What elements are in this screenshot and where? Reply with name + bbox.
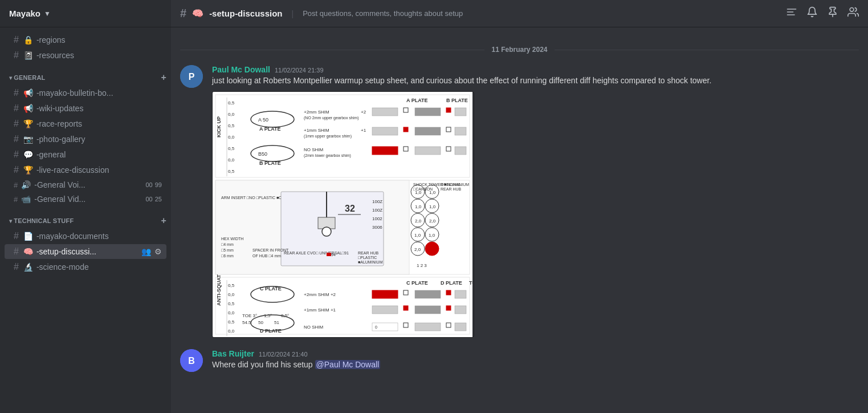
channel-item-wiki-updates[interactable]: # 📢 -wiki-updates bbox=[5, 101, 166, 116]
svg-text:P: P bbox=[189, 72, 195, 82]
section-general-label: GENERAL bbox=[14, 74, 45, 81]
svg-text:0,5: 0,5 bbox=[228, 146, 235, 151]
channel-item-regions[interactable]: # 🔒 -regions bbox=[5, 33, 166, 47]
section-technical[interactable]: ▾ TECHNICAL STUFF + bbox=[0, 206, 171, 228]
voice-count1: 00 bbox=[146, 196, 153, 203]
svg-text:1 2 3: 1 2 3 bbox=[417, 263, 427, 268]
server-name[interactable]: Mayako ▼ bbox=[9, 9, 51, 18]
channel-emoji: 📢 bbox=[23, 104, 33, 113]
members-icon[interactable]: 👥 bbox=[141, 247, 151, 256]
voice-count1: 00 bbox=[146, 181, 153, 188]
svg-rect-34 bbox=[455, 108, 466, 116]
svg-text:TOWER: TOWER bbox=[469, 280, 472, 286]
message-author[interactable]: Bas Ruijter bbox=[212, 349, 254, 358]
message-header: Bas Ruijter 11/02/2024 21:40 bbox=[212, 349, 859, 358]
svg-text:B PLATE: B PLATE bbox=[446, 98, 468, 103]
svg-text:2,0: 2,0 bbox=[415, 218, 422, 224]
channel-list: # 🔒 -regions # 📓 -resources ▾ GENERAL + … bbox=[0, 27, 171, 413]
channel-emoji: 📹 bbox=[21, 195, 31, 204]
svg-rect-126 bbox=[415, 290, 441, 298]
message-timestamp: 11/02/2024 21:39 bbox=[275, 67, 324, 74]
channel-item-photo-gallery[interactable]: # 📷 -photo-gallery bbox=[5, 132, 166, 147]
gear-icon[interactable]: ⚙ bbox=[154, 247, 162, 256]
channel-emoji: 📄 bbox=[23, 232, 33, 241]
channel-emoji: 🧠 bbox=[23, 247, 33, 256]
channel-settings-icons: 👥 ⚙ bbox=[141, 247, 162, 256]
add-channel-icon[interactable]: + bbox=[161, 72, 166, 83]
hash-icon: # bbox=[14, 262, 19, 272]
channel-header-topic: Post questions, comments, thoughts about… bbox=[303, 9, 463, 18]
hash-icon: # bbox=[14, 246, 19, 257]
threads-icon[interactable] bbox=[786, 6, 797, 21]
channel-emoji-resources: 📓 bbox=[23, 51, 33, 60]
main-content: # 🧠 -setup-discussion | Post questions, … bbox=[171, 0, 868, 413]
notification-icon[interactable] bbox=[806, 6, 818, 21]
svg-rect-132 bbox=[415, 306, 441, 314]
svg-rect-42 bbox=[455, 127, 466, 135]
message-content: Paul Mc Dowall 11/02/2024 21:39 just loo… bbox=[212, 65, 859, 338]
svg-text:1,0: 1,0 bbox=[429, 204, 436, 209]
svg-text:□5 mm: □5 mm bbox=[221, 248, 234, 252]
hash-icon: # bbox=[14, 195, 18, 204]
svg-text:A PLATE: A PLATE bbox=[406, 98, 428, 103]
svg-text:□4 mm: □4 mm bbox=[221, 242, 234, 246]
section-general[interactable]: ▾ GENERAL + bbox=[0, 63, 171, 85]
chevron-down-icon: ▾ bbox=[9, 218, 14, 224]
svg-text:TOE 3°: TOE 3° bbox=[242, 313, 257, 318]
voice-counts: 00 99 bbox=[146, 181, 162, 188]
svg-text:C PLATE: C PLATE bbox=[260, 286, 282, 291]
svg-text:100Z: 100Z bbox=[372, 208, 382, 213]
svg-text:REAR AXLE CVO□ UNIVERSAL□91: REAR AXLE CVO□ UNIVERSAL□91 bbox=[284, 251, 349, 255]
svg-text:1,0: 1,0 bbox=[415, 204, 422, 209]
svg-rect-139 bbox=[415, 323, 441, 331]
channel-name: -mayako-documents bbox=[36, 232, 162, 241]
svg-text:C PLATE: C PLATE bbox=[406, 280, 428, 286]
svg-text:0: 0 bbox=[375, 325, 377, 329]
svg-text:50: 50 bbox=[258, 320, 263, 325]
svg-rect-30 bbox=[372, 108, 398, 116]
channel-item-general-video[interactable]: # 📹 -General Vid... 00 25 bbox=[5, 192, 166, 206]
message-author[interactable]: Paul Mc Dowall bbox=[212, 65, 270, 74]
channel-item-general[interactable]: # 💬 -general bbox=[5, 147, 166, 162]
chevron-down-icon: ▾ bbox=[9, 75, 14, 81]
add-channel-icon[interactable]: + bbox=[161, 216, 166, 226]
svg-text:B PLATE: B PLATE bbox=[259, 160, 281, 166]
channel-item-setup-discussion[interactable]: # 🧠 -setup-discussi... 👥 ⚙ bbox=[5, 244, 166, 259]
pin-icon[interactable] bbox=[827, 6, 838, 21]
svg-rect-124 bbox=[372, 290, 398, 298]
server-header[interactable]: Mayako ▼ bbox=[0, 0, 171, 27]
channel-item-science-mode[interactable]: # 🔬 -science-mode bbox=[5, 260, 166, 274]
channel-item-mayako-bulletin[interactable]: # 📢 -mayako-bulletin-bo... bbox=[5, 86, 166, 100]
mention-tag[interactable]: @Paul Mc Dowall bbox=[315, 360, 381, 369]
svg-text:□PLASTIC: □PLASTIC bbox=[358, 256, 377, 260]
image-attachment[interactable]: KICK UP 0,5 0,0 0,5 0,0 0,5 0,0 0,5 bbox=[212, 91, 474, 338]
voice-count2: 99 bbox=[155, 181, 162, 188]
channel-item-race-reports[interactable]: # 🏆 -race-reports bbox=[5, 116, 166, 131]
channel-emoji: 🏆 bbox=[23, 119, 33, 128]
svg-text:0,0: 0,0 bbox=[228, 112, 235, 117]
svg-text:■ALUMINIUM: ■ALUMINIUM bbox=[358, 260, 383, 264]
voice-counts: 00 25 bbox=[146, 196, 162, 203]
svg-rect-38 bbox=[372, 127, 398, 135]
voice-count2: 25 bbox=[155, 196, 162, 203]
svg-text:0,5: 0,5 bbox=[228, 100, 235, 106]
svg-text:□6 mm: □6 mm bbox=[221, 254, 234, 258]
channel-item-general-voice[interactable]: # 🔊 -General Voi... 00 99 bbox=[5, 178, 166, 192]
members-icon[interactable] bbox=[847, 6, 859, 21]
channel-emoji: 🔊 bbox=[21, 180, 31, 189]
channel-item-mayako-docs[interactable]: # 📄 -mayako-documents bbox=[5, 229, 166, 244]
svg-rect-141 bbox=[455, 323, 466, 331]
svg-rect-72 bbox=[327, 253, 331, 256]
message-content: Bas Ruijter 11/02/2024 21:40 Where did y… bbox=[212, 349, 859, 372]
svg-text:1002: 1002 bbox=[372, 216, 382, 221]
channel-name: -setup-discussi... bbox=[36, 247, 138, 256]
svg-text:NO SHIM: NO SHIM bbox=[304, 147, 324, 152]
channel-emoji: 📷 bbox=[23, 135, 33, 144]
svg-text:ANTI-SQUAT: ANTI-SQUAT bbox=[216, 274, 222, 305]
svg-text:B: B bbox=[188, 356, 195, 366]
channel-item-live-race[interactable]: # 🏆 -live-race-discussion bbox=[5, 163, 166, 177]
message-row: B Bas Ruijter 11/02/2024 21:40 Where did… bbox=[171, 347, 868, 374]
svg-text:0,0: 0,0 bbox=[228, 135, 235, 140]
hash-icon: # bbox=[14, 35, 19, 45]
channel-item-resources[interactable]: # 📓 -resources bbox=[5, 48, 166, 63]
